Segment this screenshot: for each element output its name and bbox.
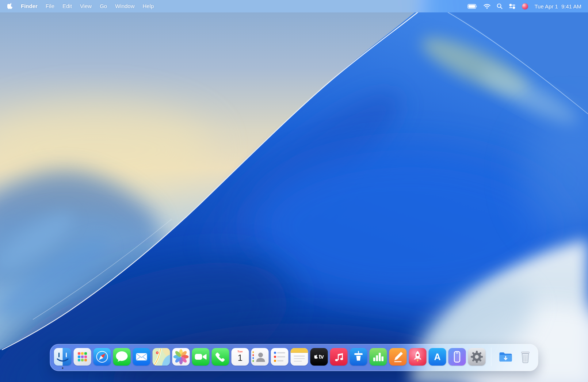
launchpad-icon bbox=[74, 348, 91, 366]
system-settings-gear-icon bbox=[468, 348, 486, 366]
calendar-icon: Tue 1 bbox=[232, 348, 249, 366]
messages-icon bbox=[113, 348, 131, 366]
dock-item-safari[interactable] bbox=[93, 348, 111, 366]
menu-app-finder[interactable]: Finder bbox=[17, 0, 42, 12]
dock-item-photos[interactable] bbox=[172, 348, 190, 366]
dock-item-keynote[interactable] bbox=[350, 348, 367, 366]
dock-item-reminders[interactable] bbox=[271, 348, 289, 366]
spotlight-search-icon[interactable] bbox=[497, 3, 503, 9]
trash-icon bbox=[517, 348, 534, 366]
desktop[interactable]: Finder File Edit View Go Window Help bbox=[0, 0, 588, 382]
menu-go[interactable]: Go bbox=[96, 0, 111, 12]
apple-logo-icon bbox=[7, 3, 13, 10]
dock-separator bbox=[491, 348, 492, 366]
dock-item-trash[interactable] bbox=[517, 348, 534, 366]
mail-icon bbox=[133, 348, 150, 366]
dock-item-pages[interactable] bbox=[389, 348, 407, 366]
menu-help[interactable]: Help bbox=[139, 0, 158, 12]
dock-item-downloads[interactable] bbox=[497, 348, 515, 366]
rocket-icon bbox=[409, 348, 427, 366]
calendar-day: 1 bbox=[238, 354, 243, 362]
battery-icon[interactable] bbox=[467, 4, 477, 9]
tv-icon: tv bbox=[310, 348, 328, 366]
safari-icon bbox=[93, 348, 111, 366]
dock-item-system-settings[interactable] bbox=[468, 348, 486, 366]
music-icon bbox=[330, 348, 348, 366]
dock-item-notes[interactable] bbox=[291, 348, 308, 366]
dock-item-contacts[interactable] bbox=[251, 348, 269, 366]
menu-window[interactable]: Window bbox=[111, 0, 138, 12]
menu-file[interactable]: File bbox=[42, 0, 58, 12]
dock-item-phone[interactable] bbox=[212, 348, 229, 366]
desktop-wallpaper bbox=[0, 0, 588, 382]
menu-clock[interactable]: Tue Apr 1 9:41 AM bbox=[534, 3, 581, 9]
menu-view[interactable]: View bbox=[76, 0, 96, 12]
facetime-icon bbox=[192, 348, 210, 366]
dock-item-app-store[interactable]: A bbox=[429, 348, 446, 366]
dock-item-launchpad[interactable] bbox=[74, 348, 91, 366]
dock-item-finder[interactable] bbox=[54, 348, 72, 366]
dock-item-numbers[interactable] bbox=[370, 348, 387, 366]
dock-item-tv[interactable]: tv bbox=[310, 348, 328, 366]
menu-bar: Finder File Edit View Go Window Help bbox=[0, 0, 588, 12]
contacts-icon bbox=[251, 348, 269, 366]
numbers-icon bbox=[370, 348, 387, 366]
app-store-letter: A bbox=[434, 352, 440, 362]
dock-item-iphone-mirroring[interactable] bbox=[448, 348, 466, 366]
maps-icon bbox=[153, 348, 170, 366]
dock-item-mail[interactable] bbox=[133, 348, 150, 366]
dock-item-facetime[interactable] bbox=[192, 348, 210, 366]
dock-item-music[interactable] bbox=[330, 348, 348, 366]
keynote-icon bbox=[350, 348, 367, 366]
dock-item-maps[interactable] bbox=[153, 348, 170, 366]
menu-edit[interactable]: Edit bbox=[58, 0, 76, 12]
apple-menu[interactable] bbox=[7, 3, 17, 10]
photos-icon bbox=[172, 348, 190, 366]
control-center-icon[interactable] bbox=[509, 4, 516, 9]
tv-label: tv bbox=[319, 354, 324, 360]
dock-item-rocket[interactable] bbox=[409, 348, 427, 366]
clock-date: Tue Apr 1 bbox=[534, 3, 558, 9]
running-indicator-dot bbox=[62, 367, 64, 369]
dock: Tue 1 bbox=[50, 344, 538, 371]
wifi-icon[interactable] bbox=[484, 4, 490, 9]
dock-item-calendar[interactable]: Tue 1 bbox=[232, 348, 249, 366]
siri-icon[interactable] bbox=[522, 3, 528, 9]
phone-icon bbox=[212, 348, 229, 366]
iphone-mirroring-icon bbox=[448, 348, 466, 366]
clock-time: 9:41 AM bbox=[561, 3, 581, 9]
downloads-folder-icon bbox=[497, 348, 515, 366]
pages-icon bbox=[389, 348, 407, 366]
finder-icon bbox=[54, 348, 72, 366]
notes-icon bbox=[291, 348, 308, 366]
app-store-icon: A bbox=[429, 348, 446, 366]
apple-logo-small-icon bbox=[314, 355, 318, 359]
dock-item-messages[interactable] bbox=[113, 348, 131, 366]
reminders-icon bbox=[271, 348, 289, 366]
